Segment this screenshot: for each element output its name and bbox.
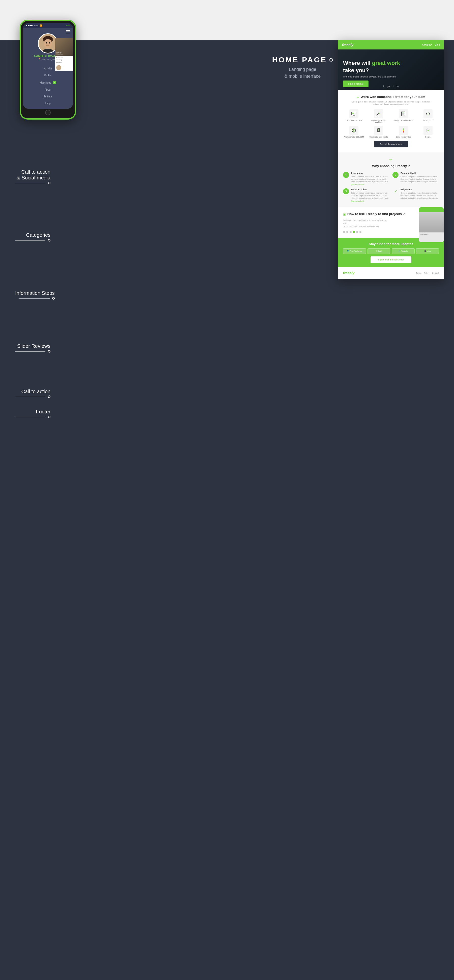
annotation-footer-label: Footer [15, 409, 51, 415]
find-project-button[interactable]: Find a project [343, 81, 368, 88]
newsletter-button[interactable]: Sign up for the newsletter [370, 256, 411, 263]
annotation-dot [48, 182, 51, 184]
step-check-title: Exigences [400, 188, 439, 191]
homepage-label-area: HOME PAGE Landing page& mobile interface [272, 56, 333, 80]
svg-line-15 [376, 115, 377, 116]
data-label: Gérer vos données [396, 136, 411, 138]
step-2-number: 2 [392, 172, 398, 178]
see-all-categories-button[interactable]: See all the categories [374, 141, 408, 147]
nav-messages[interactable]: Messages 4 [23, 79, 73, 86]
dot-4[interactable] [353, 231, 355, 233]
cta-btn-email[interactable]: ✉ Email [367, 248, 391, 254]
cta-btn-website[interactable]: 🔗 Website [392, 248, 415, 254]
svg-line-19 [428, 112, 428, 115]
category-other[interactable]: Gérer... [417, 126, 439, 138]
web-navbar: freeely About Us Join [338, 40, 444, 49]
nav-profile[interactable]: Profile [23, 72, 73, 79]
svg-point-31 [427, 130, 429, 131]
hamburger-menu-icon[interactable] [66, 30, 70, 33]
phone-mockup: FIDO 📶 39% [20, 20, 76, 119]
slider-title: How to use Freeely to find projects ? [347, 212, 405, 216]
dot-5[interactable] [356, 231, 358, 233]
linkedin-icon[interactable]: in [397, 85, 399, 88]
pencil-icon-cats: ✏ [357, 95, 359, 99]
why-title: Why choosing Freeely ? [343, 164, 439, 168]
google-plus-icon[interactable]: g+ [387, 85, 390, 88]
nav-about-link[interactable]: About Us [422, 44, 432, 46]
web-preview-container: freeely About Us Join Where will great w… [338, 40, 444, 279]
annotation-slider-label: Slider Reviews [15, 343, 51, 349]
content-label: Rédigez vos contenues [394, 119, 413, 121]
category-dev[interactable]: Développer [417, 109, 439, 123]
annotation-footer: Footer [15, 409, 51, 418]
step-1-number: 1 [343, 172, 349, 178]
annotation-categories-label: Categories [15, 232, 51, 238]
dot-6[interactable] [359, 231, 362, 233]
phone-mockup-container: FIDO 📶 39% [20, 20, 76, 119]
step-1-more[interactable]: (lire complete ici) [351, 183, 389, 185]
annotation-cta-social: Call to action& Social media [15, 169, 51, 184]
why-pencil-icon: ✏ [389, 158, 392, 162]
mobile-icon [374, 126, 383, 135]
cta-social-buttons: 👤 Find Freelancer ✉ Email 🔗 Website 📱 Mo… [343, 248, 439, 254]
website-preview: freeely About Us Join Where will great w… [338, 40, 446, 279]
home-button[interactable] [45, 110, 51, 115]
nav-settings[interactable]: Settings [23, 93, 73, 100]
footer-logo: freeely [343, 271, 354, 275]
facebook-icon[interactable]: f [383, 85, 384, 88]
homepage-title: HOME PAGE [272, 56, 327, 64]
seo-label: Analyser votre SEO/SEM [344, 136, 364, 138]
dot-3[interactable] [349, 231, 352, 233]
step-check: ✓ Exigences Créer un compte ou connectez… [392, 188, 439, 202]
phone-preview-mini: Lorem ipsum... [419, 207, 444, 242]
nav-about[interactable]: About [23, 86, 73, 93]
hero-text-white1: Where will [343, 60, 372, 66]
category-seo[interactable]: Analyser votre SEO/SEM [343, 126, 365, 138]
twitter-icon[interactable]: t [393, 85, 394, 88]
dot-1[interactable] [343, 231, 345, 233]
category-content[interactable]: Rédigez vos contenues [392, 109, 414, 123]
web-why-section: ✏ Why choosing Freeely ? 1 Inscription C… [338, 153, 444, 207]
svg-rect-25 [378, 129, 379, 131]
category-mobile[interactable]: Créer votre app. mobile [368, 126, 389, 138]
annotation-cta-social-label: Call to action& Social media [15, 169, 51, 181]
cta-btn-more[interactable]: 📱 More [416, 248, 439, 254]
category-design[interactable]: Créer votre design graphique [368, 109, 389, 123]
svg-point-5 [49, 42, 50, 44]
footer-contact[interactable]: Contact [432, 272, 439, 274]
svg-point-22 [354, 130, 354, 131]
step-3-text: Créer un compte ou connectez-vous sur le… [351, 192, 389, 199]
category-data[interactable]: Gérer vos données [392, 126, 414, 138]
other-icon [424, 126, 433, 135]
dot-2[interactable] [346, 231, 348, 233]
cta-btn-find[interactable]: 👤 Find Freelancer [343, 248, 366, 254]
step-3-more[interactable]: (lire complete ici) [351, 200, 389, 202]
right-panel-image: Beautifulhills of L... [55, 38, 73, 56]
step-2-text: Créer un compte ou connectez-vous sur le… [400, 175, 439, 183]
footer-terms[interactable]: Terms [416, 272, 421, 274]
web-nav-links: About Us Join [422, 44, 440, 46]
category-web[interactable]: Créer votre site web [343, 109, 365, 123]
footer-policy[interactable]: Policy [424, 272, 429, 274]
other-label: Gérer... [425, 136, 431, 138]
annotation-line-6 [15, 416, 51, 418]
annotation-line-h4 [15, 351, 45, 352]
location-icon: 📍 [38, 58, 41, 60]
annotation-line-h [15, 183, 45, 183]
nav-settings-label: Settings [43, 95, 52, 98]
annotation-line-3 [15, 297, 55, 299]
step-2-title: Premier dépôt [400, 172, 439, 174]
homepage-dot [329, 58, 333, 62]
step-1-text: Créer un compte ou connectez-vous sur le… [351, 175, 389, 183]
annotation-info-steps-label: Information Steps [15, 290, 55, 296]
annotation-line-2 [15, 239, 51, 242]
check-icon: ✓ [392, 188, 398, 194]
svg-line-13 [377, 112, 379, 115]
annotation-line-4 [15, 350, 51, 353]
web-footer: freeely Terms Policy Contact [338, 267, 444, 279]
annotation-categories: Categories [15, 232, 51, 242]
nav-join-link[interactable]: Join [435, 44, 440, 46]
annotation-cta-bottom-label: Call to action [15, 389, 51, 395]
nav-help[interactable]: Help [23, 100, 73, 107]
design-label: Créer votre design graphique [368, 119, 389, 123]
